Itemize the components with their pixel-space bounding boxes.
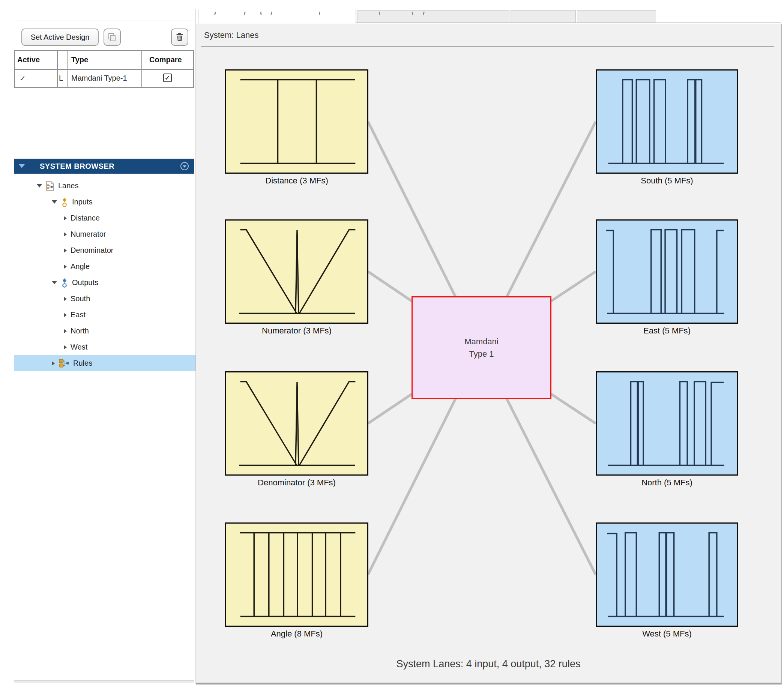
collapsed-arrow-icon[interactable] — [64, 313, 67, 317]
input-variable-box-angle[interactable] — [225, 522, 368, 627]
column-header-compare: Compare — [149, 56, 182, 64]
mf-plot-north — [597, 372, 737, 474]
output-box-label: South (5 MFs) — [596, 176, 738, 186]
output-variable-box-south[interactable] — [596, 69, 738, 174]
input-variable-box-distance[interactable] — [225, 69, 368, 174]
inference-system-block[interactable]: Mamdani Type 1 — [412, 296, 552, 399]
mf-plot-distance — [226, 71, 367, 173]
mf-plot-south — [597, 71, 737, 173]
inputs-icon — [60, 197, 69, 208]
collapsed-arrow-icon[interactable] — [64, 232, 67, 237]
mf-plot-angle — [226, 524, 367, 626]
collapsed-arrow-icon[interactable] — [64, 329, 67, 333]
output-box-label: West (5 MFs) — [596, 629, 738, 639]
rules-icon — [59, 359, 70, 368]
mf-plot-west — [597, 524, 737, 626]
expand-arrow-icon[interactable] — [52, 200, 57, 204]
trash-icon — [175, 32, 184, 42]
set-active-design-button[interactable]: Set Active Design — [21, 28, 99, 46]
document-tab-active[interactable] — [198, 9, 356, 24]
tab-label-fragment — [319, 12, 320, 15]
mf-plot-denominator — [226, 372, 367, 474]
collapsed-arrow-icon[interactable] — [52, 361, 55, 366]
table-border — [142, 50, 142, 88]
output-variable-box-west[interactable] — [596, 522, 738, 627]
column-header-active: Active — [17, 56, 40, 64]
copy-icon — [107, 32, 117, 42]
tab-label-fragment — [379, 12, 380, 15]
system-browser-header[interactable]: SYSTEM BROWSER — [14, 159, 194, 174]
collapsed-arrow-icon[interactable] — [64, 216, 67, 221]
table-border — [14, 50, 194, 51]
inference-block-line2: Type 1 — [469, 348, 494, 360]
tree-label: East — [71, 311, 86, 319]
output-box-label: East (5 MFs) — [596, 326, 738, 336]
left-panel-bottom-track — [14, 680, 194, 683]
table-border — [14, 87, 194, 88]
tree-label: North — [71, 327, 89, 335]
collapsed-arrow-icon[interactable] — [64, 345, 67, 349]
input-variable-box-denominator[interactable] — [225, 371, 368, 476]
design-type: Mamdani Type-1 — [71, 74, 127, 82]
collapse-panel-icon[interactable] — [19, 164, 25, 168]
outputs-icon — [60, 278, 69, 288]
table-border — [14, 69, 194, 70]
output-variable-box-east[interactable] — [596, 219, 738, 324]
inference-block-line1: Mamdani — [464, 335, 498, 348]
output-box-label: North (5 MFs) — [596, 478, 738, 487]
system-browser-title: SYSTEM BROWSER — [40, 162, 114, 171]
delete-design-button[interactable] — [171, 28, 188, 46]
tabstrip-bottom-border — [356, 23, 781, 23]
column-header-type: Type — [71, 56, 88, 64]
mf-plot-numerator — [226, 221, 367, 323]
compare-checkbox[interactable]: ✓ — [163, 74, 172, 82]
expand-arrow-icon[interactable] — [52, 281, 57, 284]
tree-label: Denominator — [71, 246, 114, 255]
tree-label: Numerator — [71, 230, 106, 239]
panel-splitter[interactable] — [195, 9, 196, 684]
table-border — [57, 50, 58, 88]
fuzzy-system-document: System: Lanes Distance (3 MFs) Numerator… — [196, 24, 782, 685]
collapsed-arrow-icon[interactable] — [64, 264, 67, 269]
collapsed-arrow-icon[interactable] — [64, 248, 67, 253]
input-box-label: Distance (3 MFs) — [225, 176, 368, 186]
table-border — [193, 50, 194, 88]
tree-label: Angle — [71, 262, 90, 271]
document-tab-4[interactable] — [577, 10, 656, 23]
fis-document-icon — [45, 181, 55, 191]
collapsed-arrow-icon[interactable] — [64, 296, 67, 301]
panel-menu-button[interactable] — [180, 162, 189, 170]
input-box-label: Angle (8 MFs) — [225, 629, 368, 639]
tree-item-lanes[interactable]: Lanes — [14, 178, 216, 194]
tree-label: Lanes — [58, 181, 79, 190]
system-summary-status: System Lanes: 4 input, 4 output, 32 rule… — [196, 658, 781, 670]
input-box-label: Numerator (3 MFs) — [225, 326, 368, 336]
toolbar-top-divider — [14, 21, 194, 21]
table-border — [67, 50, 68, 88]
design-browser-panel: Set Active Design Active Type C — [0, 0, 195, 695]
table-border — [14, 50, 15, 88]
tree-label: Distance — [71, 214, 100, 222]
copy-design-button[interactable] — [104, 28, 121, 46]
input-box-label: Denominator (3 MFs) — [225, 478, 368, 487]
tree-label: South — [71, 295, 90, 303]
document-tab-3[interactable] — [511, 10, 576, 23]
tree-label: Rules — [73, 359, 92, 367]
tree-label: Inputs — [72, 198, 92, 206]
design-tag: L — [59, 74, 63, 82]
tree-label: West — [71, 343, 87, 351]
mf-plot-east — [597, 221, 737, 323]
document-tab-2[interactable] — [357, 10, 509, 23]
active-check-mark: ✓ — [20, 74, 26, 83]
output-variable-box-north[interactable] — [596, 371, 738, 476]
expand-arrow-icon[interactable] — [37, 184, 42, 188]
input-variable-box-numerator[interactable] — [225, 219, 368, 324]
tree-label: Outputs — [72, 278, 98, 287]
chevron-down-icon — [183, 165, 186, 168]
